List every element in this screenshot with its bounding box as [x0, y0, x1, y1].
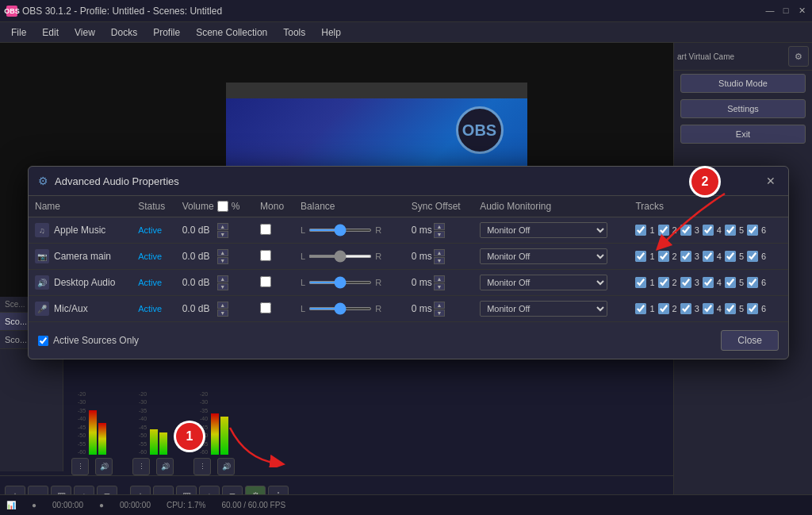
- row1-sync-down[interactable]: ▼: [434, 231, 445, 238]
- col-mono: Mono: [254, 196, 294, 217]
- row3-track1[interactable]: [635, 277, 646, 288]
- row2-track5[interactable]: [725, 251, 736, 262]
- row4-sync-value: 0 ms: [412, 303, 432, 314]
- table-row: 🎤 Mic/Aux Active 0.0 dB ▲ ▼: [29, 296, 788, 322]
- row1-track4[interactable]: [703, 225, 714, 236]
- row3-track2[interactable]: [658, 277, 669, 288]
- row4-sync: 0 ms ▲ ▼: [405, 296, 473, 322]
- menu-file[interactable]: File: [3, 25, 34, 40]
- meter-menu-1[interactable]: ⋮: [71, 458, 89, 475]
- row1-mono-checkbox[interactable]: [260, 224, 271, 235]
- row4-track2[interactable]: [658, 303, 669, 314]
- dialog-close-footer-button[interactable]: Close: [721, 330, 779, 351]
- row1-monitoring-select[interactable]: Monitor Off Monitor Only (mute output) M…: [480, 222, 607, 238]
- row2-sync-up[interactable]: ▲: [434, 249, 445, 256]
- row1-balance-slider[interactable]: [308, 229, 372, 232]
- menu-tools[interactable]: Tools: [275, 25, 313, 40]
- meter-menu-2[interactable]: ⋮: [132, 458, 150, 475]
- menu-scene-collection[interactable]: Scene Collection: [188, 25, 275, 40]
- row1-track6[interactable]: [747, 225, 758, 236]
- row1-tracks: 1 2 3 4 5 6: [629, 217, 788, 244]
- close-window-button[interactable]: ✕: [795, 3, 809, 17]
- maximize-button[interactable]: □: [779, 3, 793, 17]
- settings-button[interactable]: Settings: [680, 99, 806, 118]
- row2-monitoring-select[interactable]: Monitor Off Monitor Only (mute output) M…: [480, 248, 607, 264]
- row1-status-badge: Active: [138, 225, 162, 235]
- minimize-button[interactable]: —: [763, 3, 777, 17]
- volume-header-checkbox[interactable]: [217, 201, 228, 212]
- row2-tracks: 1 2 3 4 5 6: [629, 244, 788, 270]
- virtual-cam-settings[interactable]: ⚙: [788, 46, 809, 67]
- cpu-usage: CPU: 1.7%: [167, 501, 205, 509]
- row3-mono-checkbox[interactable]: [260, 276, 271, 287]
- row1-vol-down[interactable]: ▼: [217, 231, 228, 238]
- meter-audio-2[interactable]: 🔊: [156, 458, 174, 475]
- row1-sync-up[interactable]: ▲: [434, 223, 445, 230]
- row2-track6[interactable]: [747, 251, 758, 262]
- meter-menu-3[interactable]: ⋮: [193, 458, 211, 475]
- studio-mode-button[interactable]: Studio Mode: [680, 74, 806, 93]
- row2-sync-down[interactable]: ▼: [434, 257, 445, 264]
- row4-vol-down[interactable]: ▼: [217, 309, 228, 317]
- row1-sync: 0 ms ▲ ▼: [405, 217, 473, 244]
- row2-mono-checkbox[interactable]: [260, 250, 271, 261]
- row3-track6[interactable]: [747, 277, 758, 288]
- row1-track1[interactable]: [635, 225, 646, 236]
- row2-vol-down[interactable]: ▼: [217, 257, 228, 264]
- row1-status: Active: [132, 217, 175, 244]
- window-controls: — □ ✕: [763, 3, 809, 17]
- row3-track5[interactable]: [725, 277, 736, 288]
- active-sources-checkbox[interactable]: [38, 336, 48, 346]
- menu-view[interactable]: View: [67, 25, 103, 40]
- row3-vol-up[interactable]: ▲: [217, 275, 228, 282]
- row3-balance-slider[interactable]: [308, 281, 372, 284]
- row4-track5[interactable]: [725, 303, 736, 314]
- row1-sync-value: 0 ms: [412, 225, 432, 236]
- row2-vol-up[interactable]: ▲: [217, 249, 228, 256]
- row4-balance-slider[interactable]: [308, 307, 372, 310]
- meter-controls-1: ⋮ 🔊: [71, 458, 113, 475]
- row1-track2[interactable]: [658, 225, 669, 236]
- meter-audio-3[interactable]: 🔊: [217, 458, 235, 475]
- row2-track2[interactable]: [658, 251, 669, 262]
- row3-monitoring-select[interactable]: Monitor Off Monitor Only (mute output) M…: [480, 275, 607, 290]
- row4-volume: 0.0 dB ▲ ▼: [176, 296, 254, 322]
- row1-track5[interactable]: [725, 225, 736, 236]
- row3-track3[interactable]: [680, 277, 691, 288]
- menu-docks[interactable]: Docks: [103, 25, 145, 40]
- row1-vol-up[interactable]: ▲: [217, 223, 228, 230]
- row4-balance: L R: [294, 296, 405, 322]
- menu-help[interactable]: Help: [313, 25, 349, 40]
- menu-edit[interactable]: Edit: [34, 25, 67, 40]
- row4-monitoring-select[interactable]: Monitor Off Monitor Only (mute output) M…: [480, 301, 607, 317]
- dialog-title-text: Advanced Audio Properties: [55, 175, 179, 187]
- mic-aux-name: Mic/Aux: [54, 303, 88, 314]
- app-icon: OBS: [6, 6, 17, 17]
- meter-controls-2: ⋮ 🔊: [132, 458, 174, 475]
- row3-track4[interactable]: [703, 277, 714, 288]
- row4-track3[interactable]: [680, 303, 691, 314]
- row3-sync-down[interactable]: ▼: [434, 283, 445, 290]
- row3-sync-up[interactable]: ▲: [434, 275, 445, 282]
- row2-track4[interactable]: [703, 251, 714, 262]
- row4-track6[interactable]: [747, 303, 758, 314]
- row4-status-badge: Active: [138, 304, 162, 313]
- exit-button[interactable]: Exit: [680, 125, 806, 144]
- meter-group-2: -20-30-35-40-45-50-55-60 ⋮ 🔊: [132, 391, 174, 475]
- row4-mono-checkbox[interactable]: [260, 302, 271, 313]
- meter-bars-1: -20-30-35-40-45-50-55-60: [78, 391, 106, 455]
- row4-track1[interactable]: [635, 303, 646, 314]
- row3-vol-down[interactable]: ▼: [217, 283, 228, 290]
- menu-profile[interactable]: Profile: [145, 25, 188, 40]
- row2-track3[interactable]: [680, 251, 691, 262]
- meter-audio-1[interactable]: 🔊: [95, 458, 113, 475]
- active-sources-label[interactable]: Active Sources Only: [38, 335, 139, 346]
- row4-sync-up[interactable]: ▲: [434, 302, 445, 309]
- row4-vol-up[interactable]: ▲: [217, 302, 228, 309]
- row2-track1[interactable]: [635, 251, 646, 262]
- row4-sync-down[interactable]: ▼: [434, 309, 445, 317]
- row1-track3[interactable]: [680, 225, 691, 236]
- dialog-close-button[interactable]: ✕: [763, 173, 779, 189]
- row2-balance-slider[interactable]: [308, 255, 372, 258]
- row4-track4[interactable]: [703, 303, 714, 314]
